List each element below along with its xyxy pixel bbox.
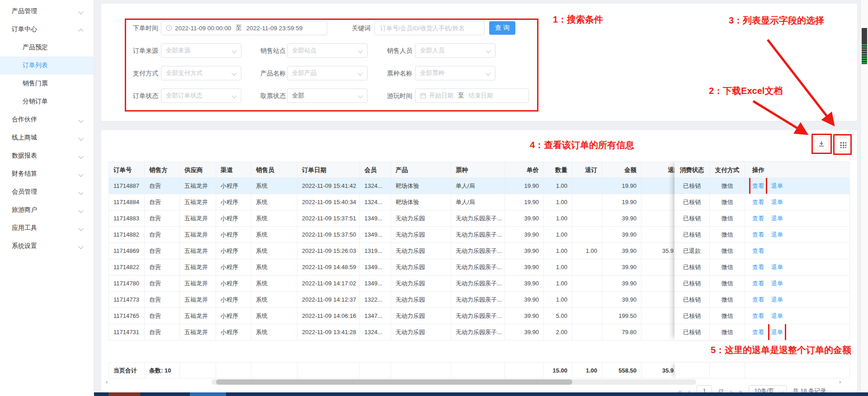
pickup-status-select[interactable]: 全部 [287,89,368,103]
table-row[interactable]: 11714822 自营 五福龙井 小程序 系统 2022-11-09 14:48… [108,259,675,275]
col-header[interactable]: 退款 [642,162,675,178]
summary-row-fixed [675,362,850,378]
play-time-range-input[interactable]: 开始日期 至 结束日期 [415,89,529,103]
table-row[interactable]: 11714882 自营 五福龙井 小程序 系统 2022-11-09 15:37… [108,227,675,243]
view-order-link[interactable]: 查看 [752,227,764,242]
sales-staff-select[interactable]: 全部人员 [415,43,495,58]
hscroll-left-arrow[interactable]: ‹ [106,378,108,385]
product-name-select[interactable]: 全部产品 [287,66,368,80]
sales-staff-value: 全部人员 [420,47,444,55]
cell-qty: 1.00 [544,243,572,259]
col-header[interactable]: 会员 [360,162,391,178]
table-row[interactable]: 11714869 自营 五福龙井 小程序 系统 2022-11-09 15:26… [108,243,675,259]
table-row[interactable]: 11714887 自营 五福龙井 小程序 系统 2022-11-09 15:41… [108,178,675,194]
chevron-icon [78,244,83,249]
sidebar-item[interactable]: 线上商城 [0,129,94,147]
sidebar-item[interactable]: 分销订单 [0,93,94,111]
table-row-fixed[interactable]: 已核销 微信 查看 退单 [675,324,850,340]
view-order-link[interactable]: 查看 [752,292,764,307]
sidebar-item[interactable]: 系统设置 [0,237,94,255]
refund-order-link[interactable]: 退单 [771,259,783,275]
table-row-fixed[interactable]: 已核销 微信 查看 退单 [675,275,850,292]
view-order-link[interactable]: 查看 [752,178,764,194]
download-excel-button[interactable] [814,136,829,152]
table-row-fixed[interactable]: 已核销 微信 查看 退单 [675,292,850,308]
table-row[interactable]: 11714765 自营 五福龙井 小程序 系统 2022-11-09 14:06… [108,308,675,324]
refund-order-link[interactable]: 退单 [771,292,783,307]
view-order-link[interactable]: 查看 [752,210,764,226]
table-row[interactable]: 11714883 自营 五福龙井 小程序 系统 2022-11-09 15:37… [108,210,675,227]
sidebar-item[interactable]: 会员管理 [0,183,94,201]
view-order-link[interactable]: 查看 [752,194,764,210]
cell-order-date: 2022-11-09 14:48:59 [297,259,360,275]
col-header[interactable]: 产品 [391,162,451,178]
view-order-link[interactable]: 查看 [752,243,764,259]
refund-order-link[interactable]: 退单 [771,324,783,340]
sidebar-item[interactable]: 旅游商户 [0,201,94,219]
view-order-link[interactable]: 查看 [752,259,764,275]
view-order-link[interactable]: 查看 [752,308,764,324]
sales-site-select[interactable]: 全部站点 [287,43,368,58]
col-header[interactable]: 支付方式 [710,162,745,178]
chevron-down-icon [231,48,236,53]
ticket-name-select[interactable]: 全部票种 [415,66,495,80]
sidebar-item[interactable]: 订单列表 [0,56,94,75]
col-header[interactable]: 销售员 [251,162,297,178]
pay-method-select[interactable]: 全部支付方式 [161,66,241,80]
sidebar-item[interactable]: 应用工具 [0,219,94,237]
view-order-link[interactable]: 查看 [752,275,764,291]
horizontal-scrollbar-thumb[interactable] [216,379,572,385]
table-row-fixed[interactable]: 已核销 微信 查看 退单 [675,259,850,275]
refund-order-link[interactable]: 退单 [771,194,783,210]
order-time-range-input[interactable]: 2022-11-09 00:00:00 至 2022-11-09 23:59:5… [161,21,327,35]
table-row-fixed[interactable]: 已核销 微信 查看 退单 [675,178,850,194]
order-status-select[interactable]: 全部订单状态 [161,89,241,103]
sidebar-item[interactable]: 数据报表 [0,147,94,165]
cell-consume-status: 已核销 [675,324,710,340]
col-header[interactable]: 金额 [602,162,642,178]
table-row[interactable]: 11714773 自营 五福龙井 小程序 系统 2022-11-09 14:12… [108,292,675,308]
col-header[interactable]: 渠道 [216,162,251,178]
cell-pay-method: 微信 [710,259,745,275]
refund-order-link[interactable]: 退单 [771,178,783,194]
table-row[interactable]: 11714780 自营 五福龙井 小程序 系统 2022-11-09 14:17… [108,275,675,292]
sales-site-label: 销售站点 [259,43,286,58]
vertical-scrollbar-thumb[interactable] [862,28,867,64]
sidebar-item-label: 会员管理 [12,188,37,196]
cell-channel: 小程序 [216,324,251,340]
view-order-link[interactable]: 查看 [752,324,764,340]
table-row-fixed[interactable]: 已核销 微信 查看 退单 [675,194,850,210]
col-header[interactable]: 供应商 [180,162,216,178]
sidebar-item[interactable]: 销售门票 [0,75,94,93]
col-header[interactable]: 订单日期 [297,162,360,178]
col-header[interactable]: 数量 [544,162,572,178]
table-row-fixed[interactable]: 已核销 微信 查看 退单 [675,308,850,324]
col-header[interactable]: 退订 [572,162,602,178]
refund-order-link[interactable]: 退单 [771,275,783,291]
column-settings-button[interactable] [835,137,850,152]
sidebar-item[interactable]: 产品管理 [0,2,94,20]
hscroll-right-arrow[interactable]: › [839,378,841,385]
col-header[interactable]: 订单号 [108,162,145,178]
sidebar-item[interactable]: 财务结算 [0,165,94,183]
col-header[interactable]: 销售方 [145,162,180,178]
col-header[interactable]: 消费状态 [675,162,710,178]
table-row-fixed[interactable]: 已退款 微信 查看 退单 [675,243,850,259]
table-row-fixed[interactable]: 已核销 微信 查看 退单 [675,210,850,227]
refund-order-link[interactable]: 退单 [771,227,783,242]
table-row[interactable]: 11714884 自营 五福龙井 小程序 系统 2022-11-09 15:40… [108,194,675,210]
refund-order-link[interactable]: 退单 [771,210,783,226]
col-header[interactable]: 票种 [451,162,505,178]
keyword-input[interactable] [379,24,480,32]
col-header[interactable]: 单价 [505,162,544,178]
table-row[interactable]: 11714731 自营 五福龙井 小程序 系统 2022-11-09 13:41… [108,324,675,340]
order-source-select[interactable]: 全部来源 [161,43,241,58]
refund-order-link[interactable]: 退单 [771,308,783,324]
sidebar-item[interactable]: 订单中心 [0,20,94,38]
col-header[interactable]: 操作 [745,162,850,178]
table-row-fixed[interactable]: 已核销 微信 查看 退单 [675,227,850,243]
sidebar-item[interactable]: 产品预定 [0,38,94,56]
sidebar-item[interactable]: 合作伙伴 [0,111,94,129]
cell-channel: 小程序 [216,194,251,210]
search-button[interactable]: 查 询 [489,21,515,35]
